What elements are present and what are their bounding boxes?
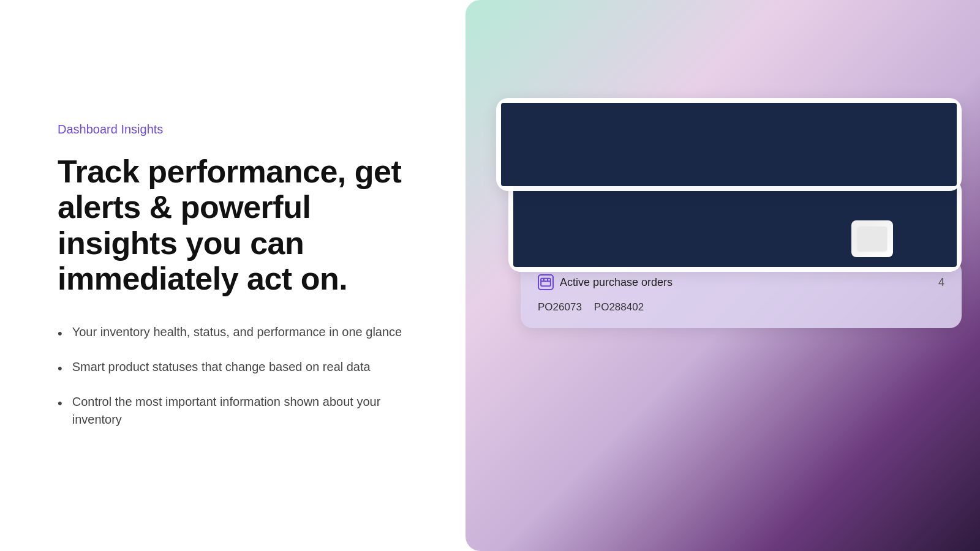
purchase-orders-title: Active purchase orders [560,276,673,289]
running-low-products [513,140,944,176]
section-label: Dashboard Insights [58,122,408,137]
cards-container: Running low 12 [496,98,962,328]
running-low-card[interactable]: Running low 12 [496,98,962,191]
list-item: Smart product statuses that change based… [58,358,408,378]
out-of-stock-card[interactable]: i Out of stock 6 [508,179,962,272]
out-of-stock-products [526,220,944,257]
po-numbers: PO26073 PO288402 [538,301,944,313]
po-number-1: PO26073 [538,301,582,313]
product-thumb [793,140,834,176]
right-panel: Running low 12 [466,0,980,551]
card-header: Active purchase orders 4 [538,274,944,290]
product-thumb [851,220,893,257]
po-number-2: PO288402 [594,301,644,313]
list-item: Control the most important information s… [58,393,408,429]
left-panel: Dashboard Insights Track performance, ge… [0,0,466,551]
purchase-orders-count: 4 [938,276,944,289]
list-item: Your inventory health, status, and perfo… [58,323,408,343]
headline: Track performance, get alerts & powerful… [58,154,408,296]
box-icon [538,274,554,290]
product-thumb [805,220,846,257]
feature-list: Your inventory health, status, and perfo… [58,323,408,429]
card-header-left: Active purchase orders [538,274,673,290]
svg-rect-3 [541,279,551,287]
